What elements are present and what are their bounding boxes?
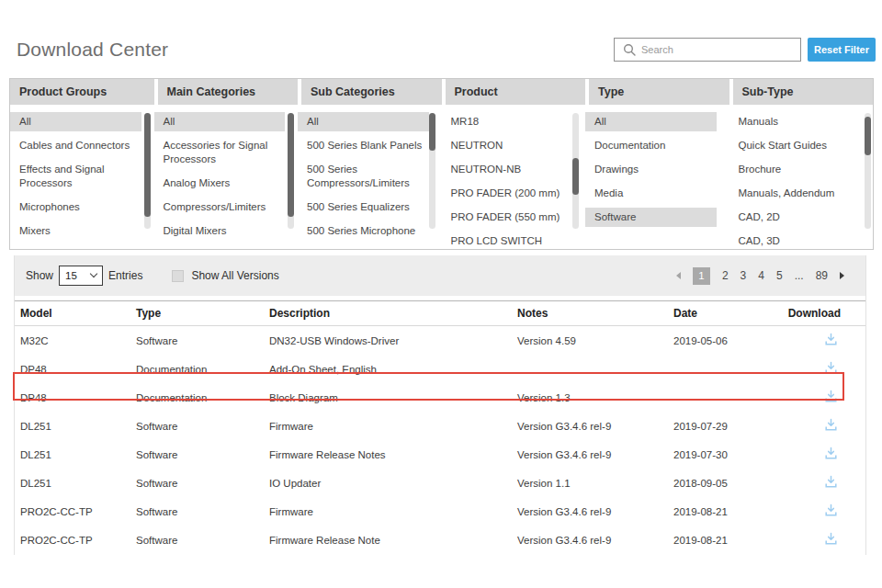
table-row: DL251 Software Firmware Release Notes Ve… (15, 440, 865, 469)
cell-model: PRO2C-CC-TP (20, 535, 136, 546)
filter-item[interactable]: All (298, 112, 429, 131)
col-header-model: Model (20, 307, 136, 320)
scrollbar-thumb[interactable] (288, 113, 294, 217)
filter-item[interactable]: PRO FADER (200 mm) (442, 184, 573, 203)
filter-item[interactable]: CAD, 3D (729, 232, 861, 250)
filter-item[interactable]: Mixers (10, 221, 141, 241)
filter-item[interactable]: Effects and Signal Processors (10, 160, 141, 193)
cell-type: Software (136, 506, 269, 517)
col-header-type: Type (136, 307, 269, 320)
filter-item[interactable]: MR18 (442, 112, 573, 131)
cell-model: DL251 (20, 478, 136, 489)
filter-item[interactable]: Software (585, 208, 717, 227)
filter-item[interactable]: 500 Series Equalizers (298, 198, 429, 217)
cell-notes: Version G3.4.6 rel-9 (517, 421, 673, 432)
next-page-icon[interactable] (840, 272, 844, 279)
cell-description: Firmware Release Notes (269, 449, 517, 460)
page-button-4[interactable]: 4 (758, 269, 764, 282)
table-header-row: Model Type Description Notes Date Downlo… (15, 300, 865, 326)
cell-type: Software (136, 335, 269, 346)
table-row: DP48 Documentation Add-On Sheet, English (15, 355, 865, 383)
filter-item[interactable]: PRO LCD SWITCH (442, 232, 573, 250)
cell-type: Software (136, 421, 269, 432)
filter-item[interactable]: All (585, 112, 717, 131)
filter-header-product: Product (442, 79, 586, 105)
cell-type: Documentation (136, 364, 269, 375)
search-input[interactable] (636, 44, 800, 55)
table-row: M32C Software DN32-USB Windows-Driver Ve… (15, 326, 865, 355)
cell-description: Add-On Sheet, English (269, 364, 517, 375)
filter-item[interactable]: Microphones (10, 198, 141, 217)
download-icon[interactable] (823, 418, 841, 432)
filter-item[interactable]: Media (585, 184, 717, 203)
scrollbar-thumb[interactable] (144, 113, 151, 217)
table-row: DP48 Documentation Block Diagram Version… (15, 383, 865, 412)
cell-description: Firmware (269, 506, 517, 517)
scrollbar-thumb[interactable] (429, 113, 435, 151)
cell-notes: Version G3.4.6 rel-9 (517, 506, 673, 517)
results-table: Model Type Description Notes Date Downlo… (15, 300, 865, 554)
download-icon[interactable] (823, 447, 841, 460)
col-header-description: Description (269, 307, 517, 320)
filter-list-sub-categories: All 500 Series Blank Panels 500 Series C… (298, 112, 442, 250)
filter-item[interactable]: 500 Series Compressors/Limiters (298, 160, 429, 193)
filter-item[interactable]: Cables and Connectors (10, 136, 141, 155)
filter-item[interactable]: PRO FADER (550 mm) (442, 208, 573, 227)
filter-item[interactable]: Brochure (729, 160, 861, 179)
filter-item[interactable]: Drawings (585, 160, 717, 179)
table-row: DL251 Software Firmware Version G3.4.6 r… (15, 412, 865, 440)
page-title: Download Center (17, 39, 168, 61)
page-button-3[interactable]: 3 (741, 269, 747, 282)
cell-type: Documentation (136, 392, 269, 403)
filter-item[interactable]: Analog Mixers (154, 174, 286, 193)
filter-item[interactable]: NEUTRON-NB (442, 160, 573, 179)
filter-item[interactable]: Compressors/Limiters (154, 198, 286, 217)
filter-item[interactable]: Accessories for Signal Processors (154, 136, 286, 169)
cell-date: 2019-07-29 (673, 421, 776, 432)
scrollbar-thumb[interactable] (865, 117, 871, 155)
page-button-1[interactable]: 1 (693, 267, 710, 285)
filter-item[interactable]: Manuals, Addendum (729, 184, 861, 203)
scrollbar-thumb[interactable] (572, 158, 579, 195)
filter-item[interactable]: Manuals (729, 112, 861, 131)
cell-notes: Version 1.1 (517, 478, 673, 489)
cell-model: DL251 (20, 449, 136, 460)
cell-model: DP48 (20, 364, 136, 375)
download-icon[interactable] (823, 390, 841, 403)
filter-item[interactable]: NEUTRON (442, 136, 573, 155)
page-button-2[interactable]: 2 (722, 269, 729, 282)
filter-list-product: MR18 NEUTRON NEUTRON-NB PRO FADER (200 m… (442, 112, 586, 250)
filter-header-product-groups: Product Groups (10, 79, 154, 105)
cell-notes: Version 4.59 (517, 335, 673, 346)
filter-header-sub-categories: Sub Categories (298, 79, 442, 105)
download-icon[interactable] (823, 475, 841, 489)
filter-list-product-groups: All Cables and Connectors Effects and Si… (10, 112, 154, 250)
filter-list-type: All Documentation Drawings Media Softwar… (585, 112, 729, 250)
download-icon[interactable] (823, 503, 841, 517)
filter-item[interactable]: 500 Series Blank Panels (298, 136, 429, 155)
reset-filter-button[interactable]: Reset Filter (808, 38, 876, 62)
filter-item[interactable]: CAD, 2D (729, 208, 861, 227)
download-icon[interactable] (823, 333, 841, 346)
table-row: PRO2C-CC-TP Software Firmware Release No… (15, 526, 865, 554)
entries-select[interactable]: 15 (60, 266, 102, 285)
show-all-versions-checkbox[interactable] (172, 270, 184, 282)
filter-item[interactable]: Documentation (585, 136, 717, 155)
page-button-89[interactable]: 89 (816, 269, 828, 282)
filter-header-sub-type: Sub-Type (729, 79, 874, 105)
entries-select-wrap: 15 (59, 266, 103, 286)
filter-item[interactable]: All (154, 112, 286, 131)
cell-type: Software (136, 449, 269, 460)
download-icon[interactable] (823, 532, 841, 546)
prev-page-icon[interactable] (676, 272, 681, 279)
download-icon[interactable] (823, 361, 841, 375)
filter-item[interactable]: All (10, 112, 141, 131)
page-button-5[interactable]: 5 (776, 269, 783, 282)
show-label: Show (26, 269, 53, 282)
filter-item[interactable]: 500 Series Microphone (298, 221, 429, 241)
filter-item[interactable]: Digital Mixers (154, 221, 286, 241)
filter-item[interactable]: Quick Start Guides (729, 136, 861, 155)
cell-date: 2019-08-21 (673, 535, 776, 546)
filter-list-main-categories: All Accessories for Signal Processors An… (154, 112, 299, 250)
cell-notes: Version G3.4.6 rel-9 (517, 449, 673, 460)
